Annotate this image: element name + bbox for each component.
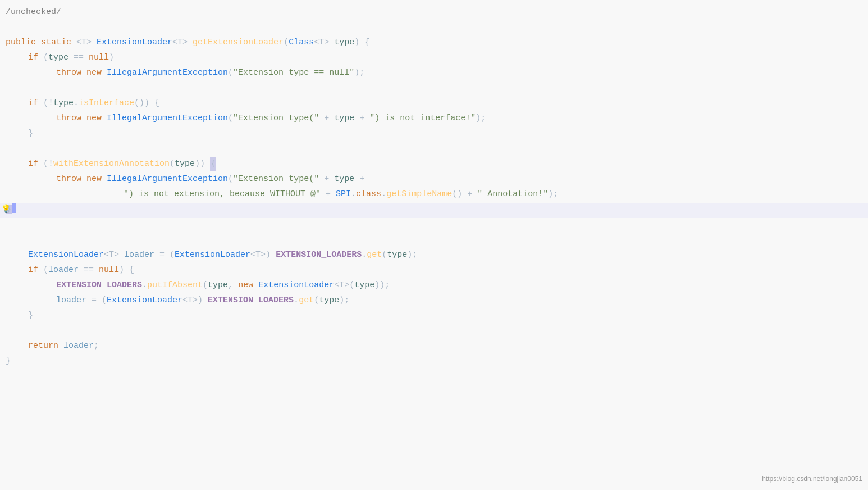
generic-t: <T> [76, 36, 97, 49]
keyword-if2: if [28, 97, 43, 110]
brace-close3: } [28, 309, 33, 323]
keyword-static: static [41, 36, 76, 49]
var-type6: type [319, 294, 339, 307]
paren-throw1-close: ); [354, 66, 364, 80]
line-throw2: throw new IllegalArgumentException ( "Ex… [0, 112, 868, 127]
var-type5: type [208, 279, 228, 292]
op-plus4: + [354, 173, 364, 186]
paren-put-close: )); [374, 279, 390, 292]
type-illegal3: IllegalArgumentException [107, 173, 228, 186]
generic-new: <T>( [334, 279, 354, 292]
keyword-new4: new [238, 279, 258, 292]
var-type1: type [48, 51, 68, 65]
var-type2: type [53, 97, 74, 110]
paren-put: ( [203, 279, 208, 292]
line-throw3b: ") is not extension, because WITHOUT @" … [0, 188, 868, 203]
op-plus1: + [319, 112, 334, 125]
dot-ext3: . [294, 294, 299, 307]
paren-if3-open: (! [43, 157, 53, 171]
paren-get1: ( [382, 248, 387, 262]
line-if2: if (! type . isInterface ()) { [0, 97, 868, 112]
line-if4: if ( loader == null ) { [0, 264, 868, 279]
generic-decl: <T> [104, 248, 124, 262]
str-paren-open: (" [309, 112, 319, 125]
generic-t3: <T> [314, 36, 334, 49]
dot1: . [74, 97, 79, 110]
keyword-new3: new [86, 173, 107, 186]
line-ext-put: EXTENSION_LOADERS . putIfAbsent ( type ,… [0, 279, 868, 294]
generic-t2: <T> [172, 36, 193, 49]
var-type-mid: type [334, 112, 354, 125]
generic-cast: <T>) [250, 248, 276, 262]
str-type3: type [289, 173, 309, 186]
type-spi: SPI [336, 188, 351, 201]
const-ext-loaders2: EXTENSION_LOADERS [56, 279, 142, 292]
paren-throw2-close: ); [476, 112, 486, 125]
str-ext-type2: "Extension [233, 112, 289, 125]
method-get: getExtensionLoader [193, 36, 284, 49]
var-loader-return: loader [63, 339, 94, 353]
var-loader2: loader [48, 264, 79, 277]
line-return: return loader ; [0, 339, 868, 355]
paren-throw3-close: ); [548, 188, 558, 201]
method-isinterface: isInterface [79, 97, 134, 110]
paren-if4: ( [43, 264, 48, 277]
line-close3: } [0, 309, 868, 324]
line-blank-2 [0, 81, 868, 97]
var-loader: loader [124, 248, 154, 262]
keyword-throw1: throw [56, 66, 86, 80]
var-type3b: type [334, 173, 354, 186]
str-type-paren: type [289, 112, 309, 125]
type-extloader-decl: ExtensionLoader [28, 248, 104, 262]
type-illegal1: IllegalArgumentException [107, 66, 228, 80]
line-if1: if ( type == null ) [0, 51, 868, 66]
paren-get2-close: ); [339, 294, 349, 307]
line-loader-decl: ExtensionLoader <T> loader = ( Extension… [0, 248, 868, 264]
brace-close4: } [6, 355, 11, 368]
paren-if1: ( [43, 51, 48, 65]
method-withext: withExtensionAnnotation [53, 157, 170, 171]
paren-get2: ( [314, 294, 319, 307]
op-eq2: == [79, 264, 99, 277]
paren-throw3: ( [228, 173, 233, 186]
paren-if3-close: )) [195, 157, 205, 171]
str-annotation: " Annotation!" [477, 188, 548, 201]
paren-if3-arg: ( [170, 157, 175, 171]
op-assign1: = ( [154, 248, 175, 262]
keyword-null1: null [89, 51, 109, 65]
paren-close-if1: ) [109, 51, 114, 65]
keyword-class: class [356, 188, 381, 201]
str-ext-type3: "Extension [233, 173, 289, 186]
keyword-throw3: throw [56, 173, 86, 186]
code-editor: /unchecked/ public static <T> ExtensionL… [0, 0, 868, 490]
var-loader3: loader [56, 294, 86, 307]
keyword-null2: null [99, 264, 119, 277]
line-close2: 💡 } [0, 203, 868, 218]
keyword-public: public [6, 36, 41, 49]
type-extensionloader: ExtensionLoader [97, 36, 172, 49]
paren-throw1: ( [228, 66, 233, 80]
var-type3: type [175, 157, 195, 171]
str-type1: type [289, 66, 309, 80]
method-get2: get [299, 294, 314, 307]
lightbulb-icon[interactable]: 💡 [1, 203, 11, 215]
comma1: , [228, 279, 238, 292]
line-blank-5 [0, 233, 868, 248]
dot-class: . [381, 188, 386, 201]
comment-path: /unchecked/ [6, 6, 61, 19]
op-plus2: + [354, 112, 369, 125]
keyword-if1: if [28, 51, 43, 65]
keyword-return: return [28, 339, 63, 353]
str-eq-null: == null" [309, 66, 354, 80]
paren-close: ) [354, 36, 359, 49]
line-throw3a: throw new IllegalArgumentException ( "Ex… [0, 173, 868, 188]
keyword-if4: if [28, 264, 43, 277]
brace-if3 [205, 157, 210, 171]
line-blank-3 [0, 142, 868, 157]
dot-ext1: . [362, 248, 367, 262]
brace-if3-open: { [210, 157, 216, 171]
op-assign2: = ( [86, 294, 107, 307]
op-plus5: + [321, 188, 336, 201]
dot-spi: . [351, 188, 356, 201]
param-type: type [334, 36, 354, 49]
